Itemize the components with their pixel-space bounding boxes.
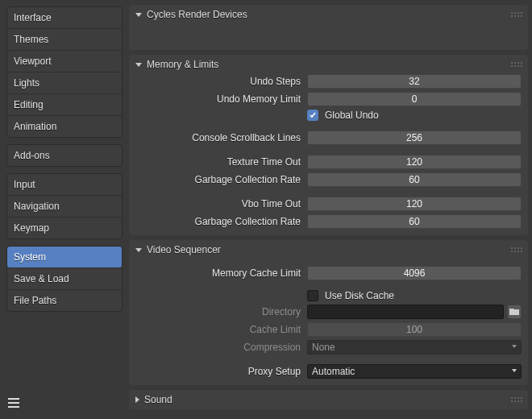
field-undo-steps[interactable]: 32 [307,74,522,89]
label-gc-rate-2: Garbage Collection Rate [135,216,301,227]
sidebar-item-viewport[interactable]: Viewport [7,50,122,72]
chevron-down-icon [512,369,517,372]
chevron-down-icon [135,248,142,252]
select-compression[interactable]: None [307,340,522,355]
field-vbo-timeout[interactable]: 120 [307,197,522,211]
sidebar-item-save-load[interactable]: Save & Load [7,268,122,289]
panel-memory-limits: Memory & Limits Undo Steps32 Undo Memory… [129,55,528,235]
sidebar-item-editing[interactable]: Editing [7,93,122,115]
panel-title: Cycles Render Devices [147,9,247,20]
grip-icon[interactable] [511,62,522,67]
label-proxy-setup: Proxy Setup [135,366,301,377]
sidebar-item-navigation[interactable]: Navigation [7,195,122,217]
sidebar-item-themes[interactable]: Themes [7,28,122,50]
field-directory[interactable] [307,305,504,319]
panel-cycles-render-devices: Cycles Render Devices [129,5,528,50]
browse-directory-button[interactable] [507,305,522,319]
grip-icon[interactable] [511,397,522,402]
sidebar-item-addons[interactable]: Add-ons [7,145,122,166]
sidebar-item-lights[interactable]: Lights [7,72,122,93]
chevron-down-icon [135,13,142,17]
sidebar-item-interface[interactable]: Interface [7,7,122,28]
panel-header-video-sequencer[interactable]: Video Sequencer [129,240,528,259]
check-icon [309,111,317,119]
sidebar-item-file-paths[interactable]: File Paths [7,289,122,311]
panel-header-sound[interactable]: Sound [129,390,528,409]
label-disk-cache-limit: Cache Limit [135,324,301,335]
preferences-sidebar: Interface Themes Viewport Lights Editing… [0,0,129,419]
hamburger-icon [8,398,21,408]
field-memory-cache-limit[interactable]: 4096 [307,266,522,280]
select-value: None [312,342,335,353]
panel-header-memory-limits[interactable]: Memory & Limits [129,55,528,74]
chevron-down-icon [512,345,517,348]
checkbox-use-disk-cache[interactable] [307,290,318,301]
grip-icon[interactable] [511,12,522,17]
label-console-scrollback: Console Scrollback Lines [135,132,301,143]
panel-title: Video Sequencer [147,244,221,255]
label-memory-cache-limit: Memory Cache Limit [135,268,301,279]
chevron-down-icon [135,63,142,67]
sidebar-item-keymap[interactable]: Keymap [7,217,122,239]
field-disk-cache-limit[interactable]: 100 [307,322,522,337]
sidebar-item-animation[interactable]: Animation [7,115,122,137]
panel-video-sequencer: Video Sequencer Memory Cache Limit4096 U… [129,240,528,385]
select-proxy-setup[interactable]: Automatic [307,364,522,379]
chevron-right-icon [135,396,139,403]
label-gc-rate-1: Garbage Collection Rate [135,174,301,185]
grip-icon[interactable] [511,247,522,252]
field-texture-timeout[interactable]: 120 [307,155,522,169]
select-value: Automatic [312,366,355,377]
folder-icon [509,308,519,316]
sidebar-group-addons: Add-ons [6,144,123,167]
main-content: Cycles Render Devices Memory & Limits Un… [129,0,532,419]
panel-title: Memory & Limits [147,59,218,70]
hamburger-menu-button[interactable] [6,393,123,413]
label-undo-memory-limit: Undo Memory Limit [135,93,301,105]
field-console-scrollback[interactable]: 256 [307,131,522,145]
sidebar-item-input[interactable]: Input [7,174,122,195]
label-vbo-timeout: Vbo Time Out [135,198,301,210]
label-texture-timeout: Texture Time Out [135,156,301,168]
field-gc-rate-1[interactable]: 60 [307,172,522,187]
field-undo-memory-limit[interactable]: 0 [307,92,522,106]
label-use-disk-cache: Use Disk Cache [325,290,394,301]
label-global-undo: Global Undo [325,110,379,121]
panel-sound: Sound [129,390,528,409]
checkbox-global-undo[interactable] [307,110,318,121]
label-directory: Directory [135,306,301,317]
sidebar-item-system[interactable]: System [7,247,122,268]
sidebar-group-system: System Save & Load File Paths [6,246,123,312]
panel-header-cycles[interactable]: Cycles Render Devices [129,5,528,24]
sidebar-group-general: Interface Themes Viewport Lights Editing… [6,6,123,138]
label-undo-steps: Undo Steps [135,76,301,87]
panel-title: Sound [144,394,172,405]
label-compression: Compression [135,342,301,353]
sidebar-group-input: Input Navigation Keymap [6,173,123,239]
field-gc-rate-2[interactable]: 60 [307,214,522,229]
